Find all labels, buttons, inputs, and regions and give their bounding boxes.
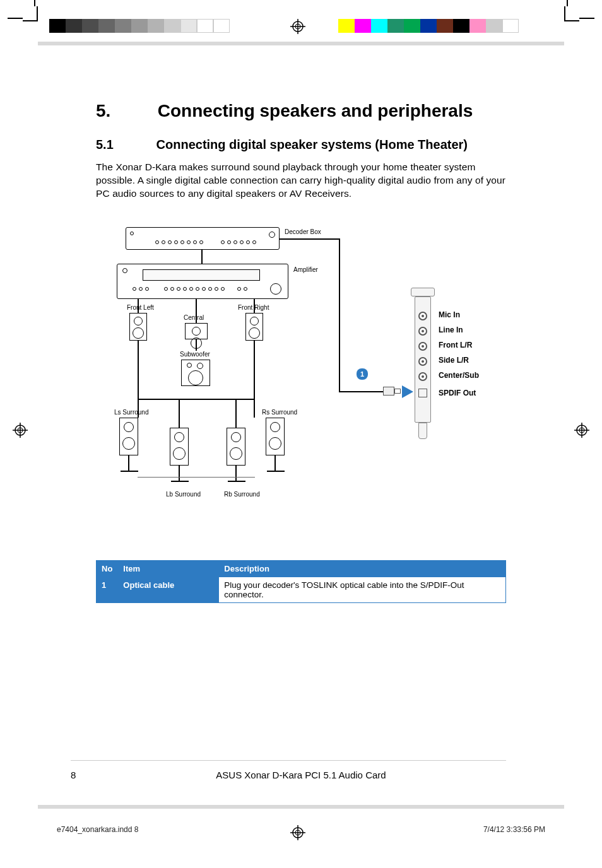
crop-mark: [564, 6, 579, 21]
rs-label: Rs Surround: [262, 409, 297, 416]
spdif-port: [418, 389, 427, 397]
registration-mark-icon: [290, 19, 305, 34]
central-label: Central: [184, 314, 204, 321]
registration-mark-icon: [13, 423, 28, 438]
speaker-ls: [119, 418, 138, 455]
speaker-subwoofer: [181, 360, 210, 386]
speaker-lb: [170, 428, 189, 466]
lb-label: Lb Surround: [166, 491, 201, 498]
cell-no: 1: [97, 577, 118, 603]
section-number: 5.: [96, 101, 153, 121]
registration-mark-icon: [574, 423, 589, 438]
subwoofer-label: Subwoofer: [180, 351, 210, 358]
center-jack: [418, 372, 427, 381]
front-left-label: Front Left: [127, 304, 154, 311]
rb-label: Rb Surround: [224, 491, 260, 498]
speaker-rs: [266, 418, 285, 455]
table-row: 1 Optical cable Plug your decoder's TOSL…: [97, 577, 506, 603]
speaker-front-left: [129, 313, 147, 341]
section-heading: 5. Connecting speakers and peripherals: [96, 101, 506, 121]
footer-rule: [71, 760, 506, 761]
color-swatches-color: [338, 19, 519, 33]
arrow-icon: [402, 385, 413, 398]
registration-mark-icon: [290, 825, 305, 840]
crop-mark: [23, 6, 38, 21]
connection-diagram: Decoder Box Amplifier Front Left Central…: [117, 227, 514, 517]
callout-badge: 1: [357, 368, 368, 380]
footer-title: ASUS Xonar D-Kara PCI 5.1 Audio Card: [0, 770, 602, 780]
body-paragraph: The Xonar D-Kara makes surround sound pl…: [96, 161, 506, 201]
amplifier-box: [117, 264, 288, 299]
page-border: [38, 805, 564, 809]
section-title: Connecting speakers and peripherals: [158, 101, 473, 120]
subsection-title: Connecting digital speaker systems (Home…: [156, 138, 468, 151]
col-item: Item: [118, 561, 219, 577]
amplifier-label: Amplifier: [293, 266, 318, 273]
port-mic-label: Mic In: [439, 310, 460, 319]
subsection-number: 5.1: [96, 138, 153, 152]
items-table: No Item Description 1 Optical cable Plug…: [96, 560, 506, 603]
page-content: 5. Connecting speakers and peripherals 5…: [96, 101, 506, 208]
front-jack: [418, 342, 427, 351]
decoder-box: [126, 227, 280, 250]
color-swatches-grayscale: [49, 19, 230, 33]
cell-item: Optical cable: [118, 577, 219, 603]
col-no: No: [97, 561, 118, 577]
ls-label: Ls Surround: [114, 409, 148, 416]
speaker-rb: [227, 428, 245, 466]
line-in-jack: [418, 327, 427, 336]
port-front-label: Front L/R: [439, 341, 472, 349]
port-spdif-label: SPDIF Out: [439, 389, 476, 397]
table-header-row: No Item Description: [97, 561, 506, 577]
subsection-heading: 5.1 Connecting digital speaker systems (…: [96, 138, 506, 152]
port-line-label: Line In: [439, 326, 463, 334]
page-border: [38, 42, 564, 45]
port-side-label: Side L/R: [439, 356, 469, 365]
cell-desc: Plug your decoder's TOSLINK optical cabl…: [219, 577, 506, 603]
mic-in-jack: [418, 312, 427, 320]
port-center-label: Center/Sub: [439, 371, 479, 380]
speaker-central: [185, 323, 208, 339]
decoder-label: Decoder Box: [285, 228, 321, 235]
slug-timestamp: 7/4/12 3:33:56 PM: [483, 825, 545, 834]
speaker-front-right: [245, 313, 263, 341]
col-desc: Description: [219, 561, 506, 577]
side-jack: [418, 357, 427, 366]
slug-filename: e7404_xonarkara.indd 8: [57, 825, 138, 834]
